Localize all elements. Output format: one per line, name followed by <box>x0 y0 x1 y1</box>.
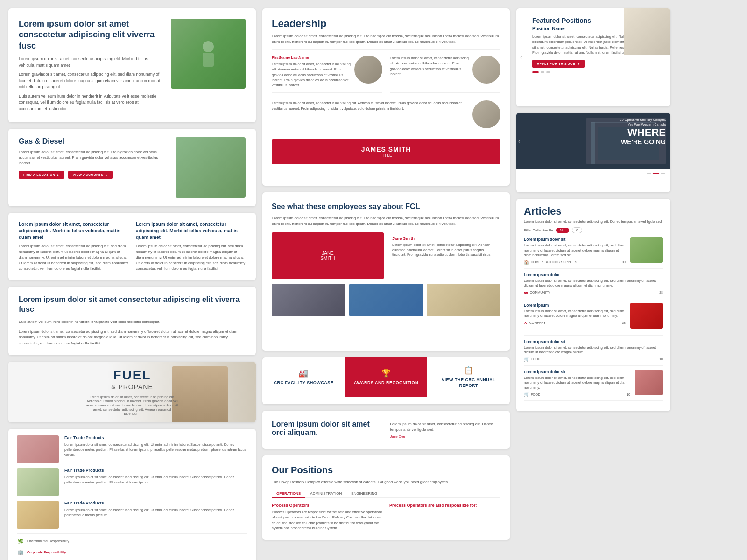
fair-trade-img-1 <box>17 435 59 463</box>
leader-desc-3: Lorem ipsum dolor sit amet, consectetur … <box>272 100 500 111</box>
testimonial-intro: Lorem ipsum dolor sit amet, consectetur … <box>272 216 500 227</box>
gas-image <box>176 137 246 198</box>
fair-trade-title-1: Fair Trade Products <box>64 435 247 440</box>
james-smith-banner: JAMES SMITH TITLE <box>272 139 500 164</box>
article-title-2: Lorem ipsum dolor <box>524 273 663 277</box>
featured-dots <box>532 71 662 73</box>
article-thumb-1 <box>630 237 663 263</box>
article-meta-5: 🛒 FOOD 10 <box>524 392 630 397</box>
tagline-title: Lorem ipsum dolor sit amet orci aliquam. <box>272 420 381 437</box>
home-icon: 🏠 <box>524 260 529 265</box>
text-card-para1: Duis autem vel eum irure dolor in hendre… <box>19 319 246 325</box>
find-location-button[interactable]: FIND A LOCATION <box>19 171 64 179</box>
testimonial-photos <box>272 284 500 316</box>
tagline-link[interactable]: Jane Doe <box>390 434 500 439</box>
facility-icon: 🏭 <box>299 369 308 378</box>
article-count-4: 10 <box>659 357 663 361</box>
apply-button[interactable]: APPLY FOR THIS JOB <box>532 60 585 68</box>
tab-engineering[interactable]: ENGINEERING <box>346 490 382 498</box>
dot-1 <box>532 71 539 73</box>
food-icon: 🛒 <box>524 357 529 362</box>
tab-operations[interactable]: OPERATIONS <box>272 490 305 498</box>
two-col-left-para: Lorem ipsum dolor sit amet, consectetur … <box>19 244 128 272</box>
article-meta-1: 🏠 HOME & BUILDING SUPPLIES 39 <box>524 260 626 265</box>
james-title: TITLE <box>278 153 494 158</box>
testimonial-person-name: Jane Smith <box>392 236 497 241</box>
article-count-1: 39 <box>622 260 626 264</box>
where-container: Co-Operative Refinery Complex Yes Fuel W… <box>516 113 670 169</box>
fair-trade-text-1: Fair Trade Products Lorem ipsum dolor si… <box>64 435 247 458</box>
tagline-desc-block: Lorem ipsum dolor sit amet, consectetur … <box>390 421 500 439</box>
where-prev[interactable]: ‹ <box>518 137 521 145</box>
fair-trade-para-1: Lorem ipsum dolor sit amet, consectetur … <box>64 442 247 458</box>
award-report[interactable]: 📋 VIEW THE CRC ANNUAL REPORT <box>427 357 510 397</box>
article-content-2: Lorem ipsum dolor Lorem ipsum dolor sit … <box>524 273 663 295</box>
hero-text: Lorem ipsum dolor sit amet consectetur a… <box>19 19 171 112</box>
award-recognition[interactable]: 🏆 AWARDS AND RECOGNITION <box>345 357 428 397</box>
fuel-subtitle: & PROPANE <box>111 383 153 391</box>
filter-count[interactable]: 0 <box>572 227 582 233</box>
svg-point-0 <box>203 41 214 52</box>
positions-title: Our Positions <box>272 465 500 476</box>
articles-card: Articles Lorem ipsum dolor sit amet, con… <box>516 199 670 411</box>
left-column: Lorem ipsum dolor sit amet consectetur a… <box>8 8 256 560</box>
where-small-text-1: Co-Operative Refinery Complex <box>620 118 666 122</box>
nav-environmental[interactable]: 🌿 Environmental Responsibility <box>17 538 247 545</box>
gas-para: Lorem ipsum dolor sit amet, consectetur … <box>19 149 171 166</box>
nav-env-label: Environmental Responsibility <box>27 539 69 543</box>
filter-all[interactable]: ALL <box>556 228 569 233</box>
article-title-5: Lorem ipsum dolor sit <box>524 370 630 374</box>
tab-administration[interactable]: ADMINISTRATION <box>305 490 346 498</box>
text-card-para2: Lorem ipsum dolor sit amet, consectetur … <box>19 329 246 347</box>
leadership-intro: Lorem ipsum dolor sit amet, consectetur … <box>272 34 500 50</box>
view-accounts-button[interactable]: VIEW ACCOUNTS <box>68 171 113 179</box>
article-row-1: Lorem ipsum dolor sit Lorem ipsum dolor … <box>524 237 663 269</box>
hero-para3: Duis autem vel eum irure dolor in hendre… <box>19 93 162 112</box>
testimonial-photo-2 <box>349 284 423 316</box>
leadership-grid: FirstName LastName Lorem ipsum dolor sit… <box>272 56 500 133</box>
hero-title: Lorem ipsum dolor sit amet consectetur a… <box>19 19 162 51</box>
article-content-5: Lorem ipsum dolor sit Lorem ipsum dolor … <box>524 370 630 397</box>
where-footer <box>516 169 670 178</box>
text-card: Lorem ipsum dolor sit amet consectetur a… <box>8 287 256 355</box>
article-count-3: 38 <box>622 321 626 324</box>
article-tag-5: FOOD <box>531 393 625 396</box>
gas-title: Gas & Diesel <box>19 137 171 146</box>
testimonial-person-desc: Lorem ipsum dolor sit amet, consectetur … <box>392 243 497 258</box>
article-count-2: 28 <box>659 291 663 294</box>
fair-trade-item-2: Fair Trade Products Lorem ipsum dolor si… <box>17 468 247 496</box>
gas-buttons: FIND A LOCATION VIEW ACCOUNTS <box>19 171 171 179</box>
award-facility[interactable]: 🏭 CRC FACILITY SHOWCASE <box>262 357 345 397</box>
two-col-card: Lorem ipsum dolor sit amet, consectetur … <box>8 213 256 280</box>
where-going-card: Co-Operative Refinery Complex Yes Fuel W… <box>516 113 670 192</box>
hero-para2: Lorem gravindor sit amet, consectetur ad… <box>19 71 162 91</box>
two-col-left-title: Lorem ipsum dolor sit amet, consectetur … <box>19 221 128 241</box>
where-dot-1 <box>647 173 651 174</box>
article-row-4: Lorem ipsum dolor sit Lorem ipsum dolor … <box>524 339 663 366</box>
featured-img <box>624 8 670 55</box>
carousel-prev[interactable]: ‹ <box>520 54 522 61</box>
article-desc-2: Lorem ipsum dolor sit amet, consectetur … <box>524 279 663 288</box>
article-desc-5: Lorem ipsum dolor sit amet, consectetur … <box>524 376 630 391</box>
hero-para1: Lorem ipsum dolor sit amet, consectetur … <box>19 56 162 69</box>
leadership-title: Leadership <box>272 18 500 30</box>
svg-rect-4 <box>591 122 595 164</box>
nav-corporate[interactable]: 🏢 Corporate Responsibility <box>17 549 247 556</box>
nav-corp-label: Corporate Responsibility <box>27 551 66 554</box>
community-icon: 🏘 <box>524 290 528 295</box>
where-dots <box>647 173 665 174</box>
testimonial-title: See what these employees say about FCL <box>272 202 500 212</box>
awards-card: 🏭 CRC FACILITY SHOWCASE 🏆 AWARDS AND REC… <box>262 357 510 404</box>
two-col-left: Lorem ipsum dolor sit amet, consectetur … <box>19 221 128 272</box>
article-row-2: Lorem ipsum dolor Lorem ipsum dolor sit … <box>524 273 663 299</box>
articles-intro: Lorem ipsum dolor sit amet, consectetur … <box>524 219 663 224</box>
fair-trade-text-3: Fair Trade Products Lorem ipsum dolor si… <box>64 501 247 518</box>
food-icon-2: 🛒 <box>524 392 529 397</box>
position-operators-desc: Process Operators are responsible for th… <box>272 510 383 531</box>
two-col-right-para: Lorem ipsum dolor sit amet, consectetur … <box>136 244 246 272</box>
fair-trade-text-2: Fair Trade Products Lorem ipsum dolor si… <box>64 468 247 485</box>
fair-trade-item-1: Fair Trade Products Lorem ipsum dolor si… <box>17 435 247 463</box>
article-content-3: Lorem ipsum Lorem ipsum dolor sit amet, … <box>524 303 626 331</box>
testimonial-photo-1 <box>272 284 345 316</box>
article-title-3: Lorem ipsum <box>524 303 626 308</box>
